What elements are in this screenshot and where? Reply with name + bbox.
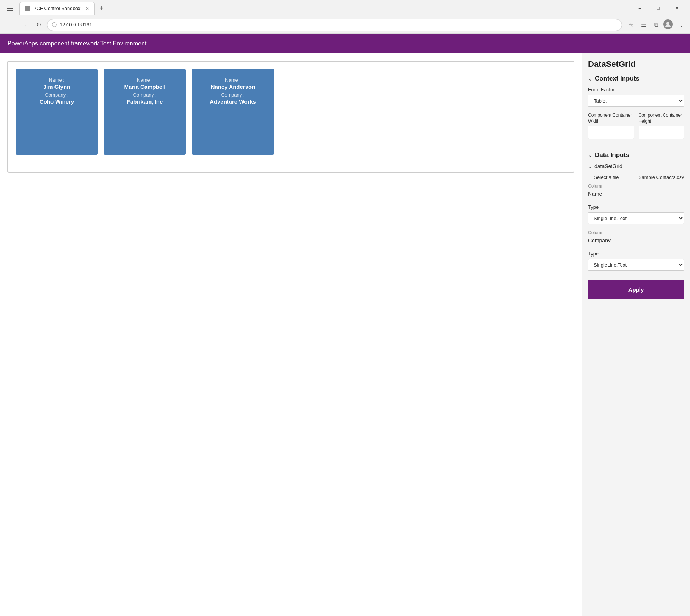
- form-factor-label: Form Factor: [588, 87, 684, 92]
- form-factor-group: Form Factor Tablet Phone Desktop: [588, 87, 684, 107]
- reading-list-icon[interactable]: ☰: [638, 19, 649, 31]
- dataset-grid-header[interactable]: ⌄ dataSetGrid: [588, 163, 684, 169]
- data-inputs-chevron-icon: ⌄: [588, 152, 593, 158]
- column1-label: Column: [588, 183, 684, 189]
- plus-icon: +: [588, 174, 591, 180]
- column1-group: Column Name: [588, 183, 684, 198]
- toolbar-right: ☆ ☰ ⧉ …: [625, 19, 686, 31]
- right-panel: DataSetGrid ⌄ Context Inputs Form Factor…: [582, 53, 690, 616]
- window-controls: – □ ✕: [631, 3, 686, 14]
- type2-group: Type SingleLine.Text Whole.None DateAndT…: [588, 251, 684, 271]
- type1-select[interactable]: SingleLine.Text Whole.None DateAndTime.D…: [588, 212, 684, 224]
- svg-rect-2: [7, 10, 13, 11]
- refresh-button[interactable]: ↻: [33, 19, 44, 31]
- card-1-name-label: Name :: [49, 77, 65, 83]
- apply-button[interactable]: Apply: [588, 280, 684, 299]
- panel-title: DataSetGrid: [588, 59, 684, 69]
- type1-group: Type SingleLine.Text Whole.None DateAndT…: [588, 204, 684, 224]
- container-height-group: Component Container Height: [639, 113, 684, 139]
- container-height-label: Component Container Height: [639, 113, 684, 124]
- app-header: PowerApps component framework Test Envir…: [0, 34, 690, 53]
- svg-rect-1: [7, 8, 13, 9]
- browser-chrome: PCF Control Sandbox ✕ + – □ ✕ ← → ↻ ⓘ 12…: [0, 0, 690, 34]
- tab-close-icon[interactable]: ✕: [85, 6, 89, 11]
- context-inputs-section-header[interactable]: ⌄ Context Inputs: [588, 75, 684, 82]
- contact-card-3[interactable]: Name : Nancy Anderson Company : Adventur…: [192, 69, 274, 155]
- context-inputs-label: Context Inputs: [595, 75, 639, 82]
- contact-card-2[interactable]: Name : Maria Campbell Company : Fabrikam…: [104, 69, 186, 155]
- card-2-name-value: Maria Campbell: [124, 84, 166, 90]
- new-tab-button[interactable]: +: [96, 4, 106, 12]
- card-1-company-value: Coho Winery: [40, 98, 74, 105]
- browser-titlebar: PCF Control Sandbox ✕ + – □ ✕: [0, 0, 690, 16]
- card-container: Name : Jim Glynn Company : Coho Winery N…: [7, 61, 574, 173]
- browser-toolbar: ← → ↻ ⓘ 127.0.0.1:8181 ☆ ☰ ⧉ …: [0, 16, 690, 34]
- card-1-company-label: Company :: [45, 92, 69, 98]
- info-icon: ⓘ: [52, 22, 57, 28]
- column2-value: Company: [588, 236, 684, 245]
- type1-label: Type: [588, 204, 684, 210]
- sidebar-toggle-button[interactable]: [4, 2, 16, 14]
- container-width-group: Component Container Width: [588, 113, 634, 139]
- tab-page-icon: [25, 6, 30, 11]
- card-2-company-value: Fabrikam, Inc: [127, 98, 163, 105]
- data-inputs-label: Data Inputs: [595, 151, 630, 159]
- forward-button[interactable]: →: [19, 19, 30, 31]
- card-3-company-value: Adventure Works: [210, 98, 256, 105]
- card-1-name-value: Jim Glynn: [43, 84, 71, 90]
- more-options-button[interactable]: …: [674, 19, 686, 31]
- container-width-label: Component Container Width: [588, 113, 634, 124]
- card-3-company-label: Company :: [221, 92, 245, 98]
- type2-select[interactable]: SingleLine.Text Whole.None DateAndTime.D…: [588, 259, 684, 271]
- browser-tabs: PCF Control Sandbox ✕ +: [19, 2, 106, 15]
- app-header-title: PowerApps component framework Test Envir…: [7, 40, 146, 47]
- collections-icon[interactable]: ⧉: [650, 19, 662, 31]
- divider-1: [588, 145, 684, 145]
- svg-point-3: [666, 22, 669, 25]
- file-name-label: Sample Contacts.csv: [639, 175, 684, 180]
- data-inputs-section-header[interactable]: ⌄ Data Inputs: [588, 151, 684, 159]
- tab-title: PCF Control Sandbox: [33, 6, 80, 11]
- svg-rect-0: [7, 6, 13, 6]
- svg-point-4: [665, 25, 671, 27]
- address-text: 127.0.0.1:8181: [60, 22, 617, 28]
- main-content: Name : Jim Glynn Company : Coho Winery N…: [0, 53, 582, 616]
- back-button[interactable]: ←: [4, 19, 16, 31]
- column2-group: Column Company: [588, 230, 684, 245]
- container-width-input[interactable]: [588, 126, 634, 139]
- context-inputs-chevron-icon: ⌄: [588, 76, 593, 82]
- container-height-input[interactable]: [639, 126, 684, 139]
- card-3-name-value: Nancy Anderson: [211, 84, 255, 90]
- column2-label: Column: [588, 230, 684, 235]
- select-file-row[interactable]: + Select a file Sample Contacts.csv: [588, 174, 684, 180]
- dataset-grid-chevron-icon: ⌄: [588, 164, 592, 169]
- card-2-name-label: Name :: [137, 77, 153, 83]
- app-body: Name : Jim Glynn Company : Coho Winery N…: [0, 53, 690, 616]
- close-button[interactable]: ✕: [668, 3, 686, 14]
- minimize-button[interactable]: –: [631, 3, 648, 14]
- contact-card-1[interactable]: Name : Jim Glynn Company : Coho Winery: [16, 69, 98, 155]
- select-file-label: Select a file: [594, 175, 619, 180]
- favorites-star-icon[interactable]: ☆: [625, 19, 636, 31]
- dataset-grid-label: dataSetGrid: [594, 163, 622, 169]
- form-factor-select[interactable]: Tablet Phone Desktop: [588, 95, 684, 107]
- type2-label: Type: [588, 251, 684, 257]
- profile-avatar[interactable]: [663, 19, 673, 29]
- browser-tab-active[interactable]: PCF Control Sandbox ✕: [19, 2, 95, 15]
- data-inputs-section: ⌄ Data Inputs ⌄ dataSetGrid + Select a f…: [588, 151, 684, 299]
- address-bar[interactable]: ⓘ 127.0.0.1:8181: [47, 19, 622, 31]
- card-3-name-label: Name :: [225, 77, 241, 83]
- column1-value: Name: [588, 189, 684, 198]
- restore-button[interactable]: □: [650, 3, 667, 14]
- card-2-company-label: Company :: [133, 92, 157, 98]
- container-inputs: Component Container Width Component Cont…: [588, 113, 684, 139]
